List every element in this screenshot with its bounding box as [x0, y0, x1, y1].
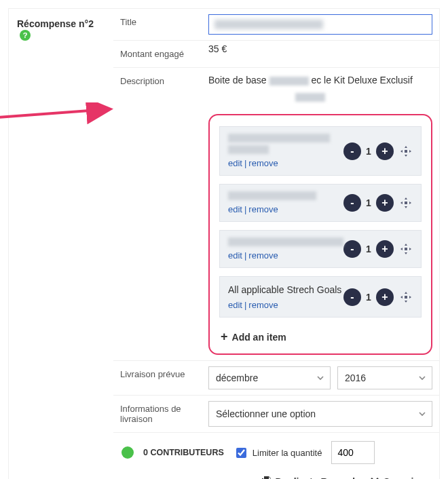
qty-increment-button[interactable]: + — [376, 142, 394, 160]
qty-decrement-button[interactable]: - — [343, 194, 361, 212]
item-edit-link[interactable]: edit — [228, 204, 242, 214]
description-label: Description — [113, 68, 202, 360]
item-edit-link[interactable]: edit — [228, 158, 242, 168]
reward-panel: Récompense n°2 ? Title Montant engagé — [8, 8, 440, 479]
title-input[interactable] — [208, 14, 432, 35]
title-value-redacted — [214, 20, 323, 29]
item-title-redacted — [228, 191, 316, 200]
qty-value: 1 — [365, 292, 372, 303]
title-label: Title — [113, 9, 202, 40]
item-edit-link[interactable]: edit — [228, 300, 242, 310]
item-remove-link[interactable]: remove — [248, 250, 278, 261]
drag-handle-icon[interactable] — [400, 197, 413, 208]
limit-qty-label: Limiter la quantité — [253, 448, 322, 458]
delete-label: Supprimer — [384, 476, 431, 479]
reward-form: Title Montant engagé 35 € Description Bo… — [113, 9, 439, 479]
add-item-button[interactable]: + Add an item — [219, 326, 422, 345]
reward-item: All applicable Strech Goals edit|remove … — [219, 276, 422, 318]
delivery-year-select[interactable]: 2016 — [337, 366, 432, 389]
copy-icon — [262, 476, 272, 479]
chevron-down-icon — [418, 374, 426, 382]
chevron-down-icon — [316, 374, 324, 382]
drag-handle-icon[interactable] — [400, 244, 413, 254]
delivery-label: Livraison prévue — [113, 361, 202, 395]
shipinfo-value: Sélectionner une option — [216, 408, 316, 419]
amount-label: Montant engagé — [113, 41, 202, 67]
item-title-redacted — [228, 145, 269, 154]
qty-decrement-button[interactable]: - — [343, 142, 361, 160]
item-remove-link[interactable]: remove — [248, 300, 278, 310]
contributors-count: 0 CONTRIBUTEURS — [143, 448, 224, 457]
item-edit-link[interactable]: edit — [228, 250, 242, 261]
qty-decrement-button[interactable]: - — [343, 288, 361, 306]
reward-heading-label: Récompense n°2 — [17, 18, 94, 29]
item-remove-link[interactable]: remove — [248, 158, 278, 168]
reward-footer: 0 CONTRIBUTEURS Limiter la quantité — [113, 433, 439, 470]
duplicate-button[interactable]: Duplicate Reward — [262, 476, 355, 479]
delivery-month-select[interactable]: décembre — [208, 366, 331, 389]
item-title-redacted — [228, 134, 330, 142]
qty-increment-button[interactable]: + — [376, 288, 394, 306]
delivery-year-value: 2016 — [345, 372, 366, 383]
add-item-label: Add an item — [232, 332, 286, 343]
contributors-badge-icon — [122, 446, 134, 459]
description-text: Boite de base ec le Kit Deluxe Exclusif — [208, 73, 413, 102]
item-title: All applicable Strech Goals — [228, 284, 343, 296]
qty-value: 1 — [365, 146, 372, 157]
plus-icon: + — [221, 330, 228, 344]
description-redacted-2 — [295, 93, 325, 102]
qty-value: 1 — [365, 244, 372, 254]
qty-value: 1 — [365, 197, 372, 208]
items-box: edit|remove - 1 + — [208, 114, 432, 355]
qty-increment-button[interactable]: + — [376, 240, 394, 258]
limit-qty-input[interactable] — [236, 448, 246, 458]
drag-handle-icon[interactable] — [400, 146, 413, 157]
qty-increment-button[interactable]: + — [376, 194, 394, 212]
description-redacted — [269, 77, 309, 85]
reward-actions: Duplicate Reward Supprimer — [113, 470, 439, 479]
amount-value: 35 € — [208, 43, 227, 54]
duplicate-label: Duplicate Reward — [276, 476, 355, 479]
reward-heading: Récompense n°2 ? — [9, 9, 113, 479]
delete-button[interactable]: Supprimer — [370, 476, 431, 479]
help-icon[interactable]: ? — [20, 30, 31, 41]
delivery-month-value: décembre — [216, 372, 258, 383]
shipinfo-select[interactable]: Sélectionner une option — [208, 401, 432, 427]
qty-decrement-button[interactable]: - — [343, 240, 361, 258]
item-title-redacted — [228, 237, 343, 246]
drag-handle-icon[interactable] — [400, 292, 413, 303]
shipinfo-label: Informations de livraison — [113, 396, 202, 432]
reward-item: edit|remove - 1 + — [219, 230, 422, 268]
item-remove-link[interactable]: remove — [248, 204, 278, 214]
limit-qty-checkbox[interactable]: Limiter la quantité — [234, 446, 322, 460]
chevron-down-icon — [418, 410, 426, 418]
reward-item: edit|remove - 1 + — [219, 184, 422, 222]
limit-qty-field[interactable] — [331, 441, 375, 464]
reward-item: edit|remove - 1 + — [219, 126, 422, 176]
